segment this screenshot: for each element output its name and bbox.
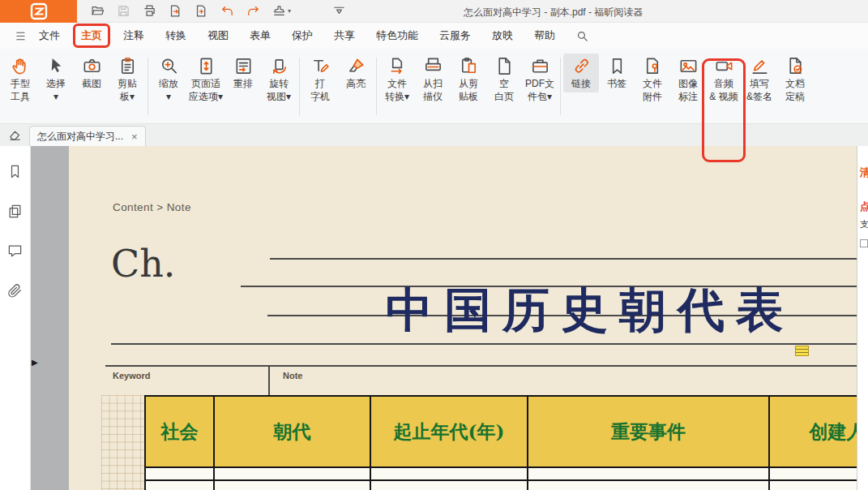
bookmark-panel-icon [7, 164, 23, 179]
redo-button[interactable] [246, 2, 261, 21]
pages-panel-button[interactable] [7, 204, 23, 222]
menu-home[interactable]: 主页 [80, 26, 103, 45]
hand-tool-label-2: 工具 [11, 91, 30, 102]
zoom-button[interactable]: 缩放 ▾ [151, 54, 186, 104]
table-cell [528, 481, 770, 490]
snapshot-button[interactable]: 截图 [74, 54, 109, 92]
fill-sign-label: 填写 [750, 78, 769, 89]
menu-features[interactable]: 特色功能 [375, 26, 419, 45]
pdf-portfolio-button[interactable]: PDF文 件包▾ [522, 54, 558, 104]
pdf-page: Content > Note Ch. 中国历史朝代表 Keyword Note … [69, 146, 857, 490]
clipboard-button[interactable]: 剪贴 板▾ [109, 54, 145, 104]
print-button[interactable] [142, 2, 157, 21]
rotate-view-button[interactable]: 旋转 视图▾ [261, 54, 297, 104]
table-row [144, 468, 857, 481]
typewriter-button[interactable]: 打 字机 [302, 54, 338, 104]
bookmarks-panel-button[interactable] [7, 164, 23, 183]
right-panel-item[interactable]: 点 [860, 200, 868, 214]
blank-page-icon [494, 56, 515, 76]
eraser-tool-button[interactable] [8, 128, 22, 142]
ribbon-separator [299, 58, 300, 115]
fill-sign-button[interactable]: 填写 &签名 [742, 54, 777, 104]
doc-finalize-icon [785, 56, 806, 76]
undo-button[interactable] [220, 2, 235, 21]
hamburger-icon [15, 29, 28, 43]
menu-cloud[interactable]: 云服务 [438, 26, 472, 45]
file-convert-label-2: 转换▾ [385, 91, 409, 102]
camera-icon [82, 56, 102, 76]
audio-video-button[interactable]: 音频 & 视频 [706, 54, 742, 104]
sticky-note-annotation-icon[interactable] [795, 346, 809, 356]
panel-expand-handle[interactable]: ▶ [32, 359, 38, 367]
menu-home-label: 主页 [81, 29, 102, 41]
audio-video-label-2: & 视频 [709, 91, 738, 102]
menu-convert[interactable]: 转换 [165, 26, 187, 45]
table-cell [215, 468, 371, 481]
image-annotation-button[interactable]: 图像 标注 [670, 54, 706, 104]
menu-share[interactable]: 共享 [333, 26, 356, 45]
reflow-label: 重排 [233, 78, 253, 89]
search-icon [575, 29, 589, 43]
right-side-panel: 清 点 支 [857, 146, 868, 490]
menu-form[interactable]: 表单 [249, 26, 272, 45]
save-button[interactable] [116, 2, 131, 21]
document-tab[interactable]: 怎么面对高中学习... × [29, 126, 146, 146]
select-button[interactable]: 选择 ▾ [38, 54, 74, 104]
rotate-view-icon [269, 56, 289, 76]
menu-present[interactable]: 放映 [491, 26, 514, 45]
image-annotation-label: 图像 [678, 78, 698, 89]
fit-page-label: 页面适 [191, 78, 220, 89]
new-page-icon [195, 4, 208, 18]
ruled-line [270, 258, 857, 260]
highlight-button[interactable]: 高亮 [338, 54, 374, 92]
table-cell [371, 481, 528, 490]
save-icon [117, 4, 130, 18]
comments-panel-button[interactable] [7, 243, 23, 262]
dropdown-caret-icon: ▾ [288, 7, 291, 15]
table-header-cell: 起止年代(年) [371, 397, 528, 466]
search-button[interactable] [575, 29, 589, 43]
link-button[interactable]: 链接 [563, 54, 599, 92]
file-convert-label: 文件 [387, 78, 407, 89]
quick-access-toolbar: ▾ [77, 2, 347, 21]
menu-file[interactable]: 文件 [38, 26, 61, 45]
fill-sign-label-2: &签名 [746, 91, 772, 102]
customize-toolbar-button[interactable] [331, 2, 347, 21]
attachments-panel-button[interactable] [7, 283, 23, 302]
foxit-logo[interactable] [0, 0, 77, 23]
export-button[interactable] [168, 2, 183, 21]
menu-comment[interactable]: 注释 [122, 26, 145, 45]
menu-protect[interactable]: 保护 [291, 26, 314, 45]
blank-page-button[interactable]: 空 白页 [486, 54, 522, 104]
stamp-tool-button[interactable]: ▾ [272, 2, 292, 21]
doc-finalize-button[interactable]: 文档 定稿 [777, 54, 813, 104]
file-convert-button[interactable]: 文件 转换▾ [379, 54, 415, 104]
from-scanner-button[interactable]: 从扫 描仪 [415, 54, 451, 104]
eraser-icon [8, 128, 22, 142]
hamburger-menu-button[interactable] [15, 29, 28, 43]
video-camera-icon [714, 56, 734, 76]
zoom-caret: ▾ [166, 91, 171, 102]
open-button[interactable] [90, 2, 105, 21]
table-header-row: 社会 朝代 起止年代(年) 重要事件 创建人 [144, 395, 857, 468]
from-clipboard-button[interactable]: 从剪 贴板 [451, 54, 486, 104]
note-column-label: Note [283, 371, 302, 380]
new-page-button[interactable] [194, 2, 209, 21]
right-panel-checkbox[interactable] [860, 239, 868, 247]
bookmark-button[interactable]: 书签 [599, 54, 635, 92]
right-panel-item[interactable]: 清 [860, 165, 868, 180]
pdf-portfolio-label: PDF文 [525, 78, 554, 89]
table-row [144, 481, 857, 490]
redo-icon [246, 4, 260, 18]
menu-view[interactable]: 视图 [207, 26, 229, 45]
file-attachment-button[interactable]: 文件 附件 [635, 54, 670, 104]
typewriter-label: 打 [315, 78, 325, 89]
hand-tool-button[interactable]: 手型 工具 [2, 54, 38, 104]
table-header-cell: 社会 [144, 397, 215, 466]
audio-video-label: 音频 [714, 78, 733, 89]
menu-help[interactable]: 帮助 [533, 26, 556, 45]
fit-page-options-button[interactable]: 页面适 应选项▾ [186, 54, 225, 104]
reflow-button[interactable]: 重排 [225, 54, 261, 92]
doc-finalize-label: 文档 [785, 78, 805, 89]
tab-close-button[interactable]: × [131, 131, 138, 142]
